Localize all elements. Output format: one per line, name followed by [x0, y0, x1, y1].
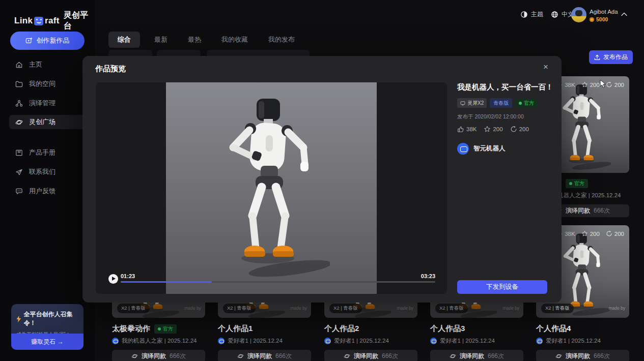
remix-label: 演绎同款 [460, 352, 484, 360]
author-text: 爱好者1 | 2025.12.24 [334, 337, 389, 345]
remix-button[interactable]: 演绎同款 666次 [430, 350, 523, 361]
watermark: made by [184, 306, 201, 311]
sidebar-item-product-manual[interactable]: 产品手册 [9, 145, 86, 160]
theme-toggle[interactable]: 主题 [520, 10, 543, 19]
official-badge: 官方 [154, 324, 177, 334]
author-avatar-icon [324, 338, 331, 344]
tab-hottest[interactable]: 最热 [188, 35, 201, 44]
published-date: 发布于 2020/02/02 12:00:00 [457, 113, 549, 121]
remix-count: 666次 [382, 352, 398, 360]
author-avatar [457, 143, 469, 155]
publish-work-label: 发布作品 [603, 53, 628, 62]
sidebar-item-home[interactable]: 主页 [9, 57, 86, 72]
folder-icon [15, 80, 23, 88]
sidebar: Linkraft 灵创平台 创作新作品 主页 我的空间 演绎管理 灵创广场 [0, 0, 95, 361]
play-button[interactable] [108, 274, 118, 284]
device-icon [460, 101, 465, 106]
work-author: 我的机器人之家 | 2025.12.24 [112, 337, 205, 345]
create-new-work-label: 创作新作品 [37, 36, 70, 45]
star-icon [581, 230, 588, 237]
watermark: made by [502, 306, 519, 311]
remix-count: 666次 [275, 352, 292, 360]
remix-count: 666次 [170, 352, 186, 360]
publish-work-button[interactable]: 发布作品 [589, 50, 633, 64]
theme-label: 主题 [531, 10, 543, 19]
sidebar-item-user-feedback[interactable]: 用户反馈 [9, 184, 86, 198]
mouse-cursor [600, 79, 607, 88]
work-info-panel: 我是机器人，买一台省一百！ 灵犀X2 青春版 官方 发布于 2020/02/02… [457, 82, 549, 155]
work-author: 爱好者1 | 2025.12.24 [324, 337, 417, 345]
brand-cn: 灵创平台 [64, 10, 95, 32]
create-video-icon [25, 37, 33, 44]
language-switch[interactable]: 中文 [551, 10, 574, 19]
remix-count: 666次 [594, 206, 610, 215]
thumbs-up-icon [457, 126, 464, 133]
remix-icon [555, 353, 562, 359]
user-name: Agibot Ada [590, 9, 618, 15]
author-text: 爱好者1 | 2025.12.24 [228, 337, 283, 345]
work-author: 爱好者1 | 2025.12.24 [430, 337, 523, 345]
tab-my-posts[interactable]: 我的发布 [268, 35, 295, 44]
theme-icon [520, 11, 528, 18]
robot-video-frame [213, 93, 330, 285]
sidebar-item-my-space[interactable]: 我的空间 [9, 77, 86, 91]
author-text: 爱好者1 | 2025.12.24 [546, 337, 601, 345]
edition-tag: 青春版 [490, 98, 512, 108]
star-stat: 200 [581, 81, 600, 88]
brand-logo: Linkraft 灵创平台 [14, 10, 95, 32]
sidebar-item-label: 主页 [29, 60, 42, 69]
like-stat[interactable]: 38K [457, 126, 477, 133]
send-to-device-button[interactable]: 下发到设备 [457, 280, 547, 294]
sort-tabs: 综合 最新 最热 我的收藏 我的发布 [108, 32, 315, 48]
sidebar-item-label: 联系我们 [29, 167, 55, 176]
create-new-work-button[interactable]: 创作新作品 [10, 32, 85, 50]
earn-lingshi-button[interactable]: 赚取灵石 → [11, 334, 83, 350]
tab-newest[interactable]: 最新 [154, 35, 167, 44]
progress-bar[interactable] [121, 281, 435, 283]
close-icon[interactable]: × [543, 63, 548, 71]
remix-button[interactable]: 演绎同款 666次 [218, 350, 311, 361]
current-time: 01:23 [121, 273, 135, 279]
paper-plane-icon [15, 168, 23, 176]
lightning-icon [16, 316, 21, 322]
sidebar-item-performance-management[interactable]: 演绎管理 [9, 96, 86, 110]
home-icon [15, 61, 23, 69]
progress-fill [121, 281, 212, 283]
tab-comprehensive[interactable]: 综合 [108, 32, 140, 48]
share-stat[interactable]: 200 [510, 126, 529, 133]
sidebar-item-contact-us[interactable]: 联系我们 [9, 165, 86, 179]
book-icon [15, 149, 23, 157]
watermark: made by [397, 306, 413, 311]
work-author-row[interactable]: 智元机器人 [457, 143, 549, 155]
remix-label: 演绎同款 [566, 206, 590, 215]
tab-my-favorites[interactable]: 我的收藏 [221, 35, 248, 44]
topbar: 主题 中文 Agibot Ada 5000 [95, 0, 644, 29]
banner-title-row: 全平台创作人召集令！ [11, 304, 83, 327]
nodes-icon [15, 100, 23, 107]
coin-icon [590, 17, 594, 22]
star-stat[interactable]: 200 [484, 126, 502, 133]
remix-button[interactable]: 演绎同款 666次 [324, 350, 417, 361]
model-pill: X2 | 青春版 [541, 304, 574, 313]
work-title: 个人作品1 [218, 324, 253, 334]
sidebar-item-label: 产品手册 [29, 148, 55, 157]
official-badge: 官方 [566, 179, 588, 188]
model-pill: X2 | 青春版 [117, 304, 150, 313]
work-tags: 灵犀X2 青春版 官方 [457, 98, 549, 108]
upload-icon [594, 54, 600, 61]
share-stat: 200 [606, 81, 624, 88]
sidebar-item-lingchuang-square[interactable]: 灵创广场 [9, 115, 86, 129]
video-player: 01:23 03:23 [96, 82, 447, 294]
chevron-up-icon[interactable] [621, 12, 627, 16]
author-avatar-icon [536, 338, 543, 344]
model-pill: X2 | 青春版 [435, 304, 468, 313]
user-avatar[interactable] [571, 7, 586, 22]
user-coins: 5000 [590, 16, 608, 22]
sidebar-item-label: 用户反馈 [29, 187, 55, 196]
star-icon [581, 81, 588, 88]
remix-button[interactable]: 演绎同款 666次 [112, 350, 205, 361]
remix-button[interactable]: 演绎同款 666次 [536, 350, 629, 361]
coin-count: 5000 [596, 16, 608, 22]
globe-icon [551, 11, 558, 18]
video-canvas[interactable] [166, 82, 377, 294]
